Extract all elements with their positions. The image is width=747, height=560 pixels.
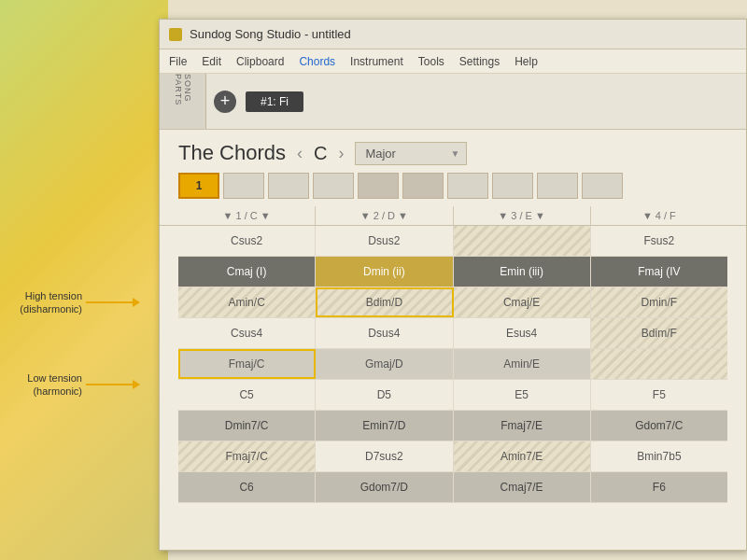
cell-6-3[interactable]: Gdom7/C: [591, 411, 727, 441]
cell-5-3[interactable]: F5: [591, 380, 727, 410]
background-gradient: [0, 0, 168, 560]
cell-8-0[interactable]: C6: [178, 472, 316, 502]
chord-row-4: Fmaj/C Gmaj/D Amin/E: [178, 349, 727, 380]
part-1-button[interactable]: #1: Fi: [246, 91, 303, 112]
cell-6-2[interactable]: Fmaj7/E: [454, 411, 591, 441]
add-part-button[interactable]: +: [214, 91, 236, 113]
cell-0-0[interactable]: Csus2: [178, 226, 316, 256]
cell-2-1[interactable]: Bdim/D: [316, 287, 453, 317]
scale-select[interactable]: Major Minor Dorian: [355, 142, 467, 165]
chord-row-2: Amin/C Bdim/D Cmaj/E Dmin/F: [178, 287, 727, 318]
menubar: File Edit Clipboard Chords Instrument To…: [160, 49, 746, 74]
chords-title: The Chords: [178, 141, 286, 165]
menu-tools[interactable]: Tools: [418, 55, 444, 68]
beat-8[interactable]: [492, 173, 533, 199]
cell-0-3[interactable]: Fsus2: [591, 226, 727, 256]
chord-row-7: Fmaj7/C D7sus2 Amin7/E Bmin7b5: [178, 441, 727, 472]
nav-right-button[interactable]: ›: [338, 144, 344, 163]
cell-0-1[interactable]: Dsus2: [316, 226, 453, 256]
beat-10[interactable]: [582, 173, 623, 199]
window-title: Sundog Song Studio - untitled: [190, 27, 351, 41]
cell-3-0[interactable]: Csus4: [178, 318, 316, 348]
beat-9[interactable]: [537, 173, 578, 199]
cell-5-0[interactable]: C5: [178, 380, 316, 410]
cell-1-3[interactable]: Fmaj (IV: [591, 257, 727, 287]
chord-row-0: Csus2 Dsus2 Fsus2: [178, 226, 727, 257]
menu-file[interactable]: File: [169, 55, 187, 68]
cell-5-1[interactable]: D5: [316, 380, 453, 410]
cell-3-1[interactable]: Dsus4: [316, 318, 453, 348]
titlebar: Sundog Song Studio - untitled: [160, 20, 746, 49]
beat-3[interactable]: [268, 173, 309, 199]
menu-clipboard[interactable]: Clipboard: [236, 55, 284, 68]
cell-2-0[interactable]: Amin/C: [178, 287, 316, 317]
cell-2-3[interactable]: Dmin/F: [591, 287, 727, 317]
cell-8-1[interactable]: Gdom7/D: [316, 472, 453, 502]
cell-2-2[interactable]: Cmaj/E: [454, 287, 591, 317]
cell-1-1[interactable]: Dmin (ii): [316, 257, 453, 287]
chords-header: The Chords ‹ C › Major Minor Dorian: [160, 130, 746, 173]
cell-4-2[interactable]: Amin/E: [454, 349, 591, 379]
beat-row: 1: [160, 173, 746, 206]
chord-row-5: C5 D5 E5 F5: [178, 380, 727, 411]
app-icon: [169, 28, 182, 41]
cell-6-1[interactable]: Emin7/D: [316, 411, 453, 441]
scale-select-wrapper[interactable]: Major Minor Dorian: [355, 142, 467, 165]
cell-8-3[interactable]: F6: [591, 472, 727, 502]
cell-7-1[interactable]: D7sus2: [316, 441, 453, 471]
song-parts-content: + #1: Fi: [206, 74, 746, 129]
cell-5-2[interactable]: E5: [454, 380, 591, 410]
cell-8-2[interactable]: Cmaj7/E: [454, 472, 591, 502]
cell-4-3[interactable]: [591, 349, 727, 379]
chord-editor: The Chords ‹ C › Major Minor Dorian 1: [160, 130, 746, 550]
chord-row-6: Dmin7/C Emin7/D Fmaj7/E Gdom7/C: [178, 411, 727, 441]
beat-6[interactable]: [402, 173, 444, 199]
menu-edit[interactable]: Edit: [202, 55, 221, 68]
col-header-3: ▼ 3 / E ▼: [454, 206, 591, 225]
cell-1-0[interactable]: Cmaj (I): [178, 257, 316, 287]
menu-instrument[interactable]: Instrument: [350, 55, 403, 68]
cell-7-0[interactable]: Fmaj7/C: [178, 441, 316, 471]
chord-row-8: C6 Gdom7/D Cmaj7/E F6: [178, 472, 727, 503]
song-parts-area: SONG PARTS + #1: Fi: [160, 74, 746, 130]
song-parts-label: SONG PARTS: [160, 74, 206, 129]
main-window: Sundog Song Studio - untitled File Edit …: [159, 19, 747, 551]
cell-0-2[interactable]: [454, 226, 591, 256]
menu-chords[interactable]: Chords: [299, 55, 335, 68]
column-headers: ▼ 1 / C ▼ ▼ 2 / D ▼ ▼ 3 / E ▼ ▼ 4 / F: [160, 206, 746, 226]
menu-settings[interactable]: Settings: [459, 55, 500, 68]
cell-7-3[interactable]: Bmin7b5: [591, 441, 727, 471]
beat-2[interactable]: [223, 173, 264, 199]
chord-row-1: Cmaj (I) Dmin (ii) Emin (iii) Fmaj (IV: [178, 257, 727, 287]
nav-left-button[interactable]: ‹: [297, 144, 303, 163]
chord-grid: Csus2 Dsus2 Fsus2 Cmaj (I) Dmin (ii) Emi…: [160, 226, 746, 503]
cell-4-0[interactable]: Fmaj/C: [178, 349, 316, 379]
beat-5[interactable]: [358, 173, 399, 199]
cell-3-3[interactable]: Bdim/F: [591, 318, 727, 348]
key-label: C: [314, 143, 327, 164]
cell-3-2[interactable]: Esus4: [454, 318, 591, 348]
beat-7[interactable]: [447, 173, 488, 199]
chord-row-3: Csus4 Dsus4 Esus4 Bdim/F: [178, 318, 727, 349]
cell-7-2[interactable]: Amin7/E: [454, 441, 591, 471]
col-header-2: ▼ 2 / D ▼: [316, 206, 453, 225]
cell-1-2[interactable]: Emin (iii): [454, 257, 591, 287]
beat-1[interactable]: 1: [178, 173, 219, 199]
col-header-1: ▼ 1 / C ▼: [178, 206, 316, 225]
cell-6-0[interactable]: Dmin7/C: [178, 411, 316, 441]
beat-4[interactable]: [313, 173, 354, 199]
cell-4-1[interactable]: Gmaj/D: [316, 349, 453, 379]
col-header-4: ▼ 4 / F: [591, 206, 727, 225]
menu-help[interactable]: Help: [514, 55, 538, 68]
